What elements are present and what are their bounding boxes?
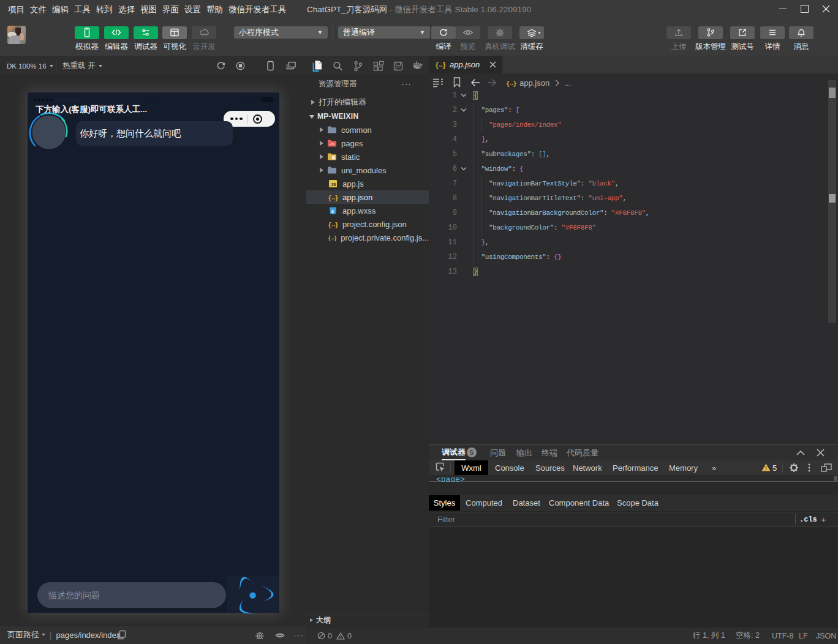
svg-text:}: }	[513, 79, 516, 86]
svg-text:JS: JS	[331, 182, 336, 187]
svg-text:{: {	[436, 61, 439, 69]
svg-text:3: 3	[331, 208, 334, 214]
svg-text:<>: <>	[330, 142, 335, 146]
svg-text:}: }	[335, 194, 338, 201]
svg-text:{: {	[328, 234, 331, 241]
svg-text:{: {	[328, 194, 331, 201]
svg-text:{: {	[507, 79, 510, 86]
svg-text:}: }	[334, 234, 336, 241]
svg-text:{: {	[328, 221, 331, 228]
svg-text:}: }	[335, 221, 338, 228]
svg-text:}: }	[443, 61, 446, 69]
